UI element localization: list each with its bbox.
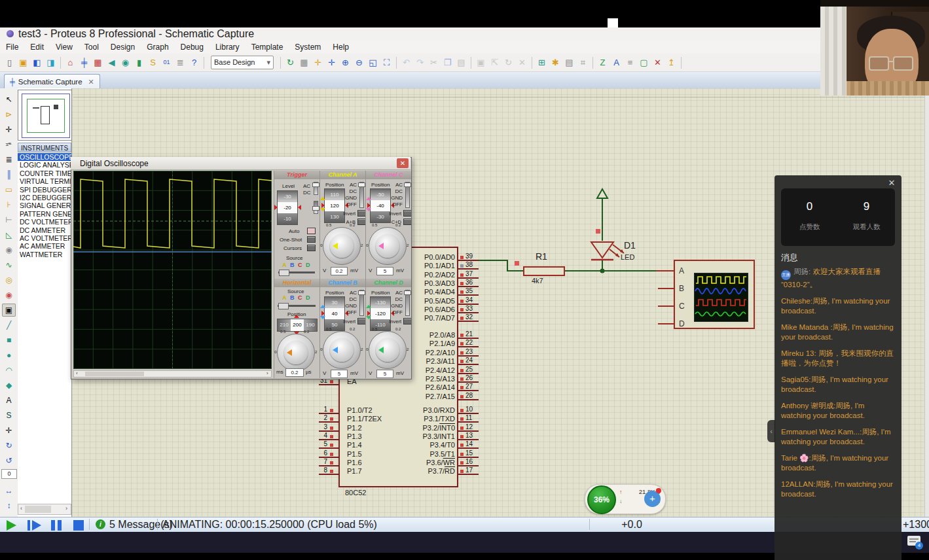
junction-dot-mode-icon[interactable]: ✛ — [2, 123, 16, 136]
trigger-auto-button[interactable] — [307, 228, 316, 234]
instrument-spi-debugger[interactable]: SPI DEBUGGER — [18, 186, 71, 194]
2d-symbol-mode-icon[interactable]: S — [2, 409, 16, 422]
instrument-dc-ammeter[interactable]: DC AMMETER — [18, 226, 71, 234]
voltage-probe-mode-icon[interactable]: ◎ — [2, 273, 16, 287]
source-b[interactable]: B — [290, 294, 295, 301]
toolbar-zoom-area-icon[interactable]: ◱ — [367, 56, 379, 69]
toolbar-import-project-icon[interactable]: ◨ — [45, 56, 57, 69]
subcircuit-mode-icon[interactable]: ▭ — [2, 183, 16, 196]
component-mode-icon[interactable]: ⊳ — [2, 108, 16, 121]
channel-b-gain-knob[interactable]: 0.50.2202 — [323, 331, 361, 369]
scroll-left-icon[interactable]: ‹ — [20, 505, 22, 512]
source-d[interactable]: D — [306, 262, 310, 268]
toolbar-binary-module-icon[interactable]: 01 — [160, 56, 173, 69]
tab-close-icon[interactable]: ✕ — [88, 78, 94, 86]
pause-button[interactable] — [51, 520, 55, 531]
toolbar-remove-sheet-icon[interactable]: ✕ — [651, 56, 664, 69]
buses-mode-icon[interactable]: ║ — [2, 168, 16, 181]
toolbar-design-explorer-icon[interactable]: ◉ — [119, 56, 132, 69]
channel-d-invert-button[interactable] — [403, 318, 411, 324]
toolbar-block-delete-icon[interactable]: ✕ — [516, 56, 528, 69]
toolbar-zoom-out-icon[interactable]: ⊖ — [353, 56, 365, 69]
toolbar-exit-to-parent-icon[interactable]: ↥ — [665, 56, 678, 69]
chat-close-icon[interactable]: ✕ — [886, 178, 897, 188]
2d-marker-mode-icon[interactable]: ✛ — [2, 424, 16, 437]
instrument-signal-generator[interactable]: SIGNAL GENERATOR — [18, 201, 71, 209]
scroll-right-icon[interactable]: › — [266, 370, 268, 376]
toolbar-gerber-viewer-icon[interactable]: ◀ — [105, 56, 118, 69]
trigger-oneshot-button[interactable] — [307, 236, 316, 243]
toolbar-simulation-module-icon[interactable]: ▮ — [133, 56, 145, 69]
rotate-anticlockwise-icon[interactable]: ↺ — [2, 454, 16, 467]
menu-debug[interactable]: Debug — [175, 41, 209, 54]
toolbar-new-sheet-icon[interactable]: ▢ — [638, 56, 650, 69]
toolbar-redo-icon[interactable]: ↷ — [414, 56, 426, 69]
toolbar-home-page-icon[interactable]: ⌂ — [64, 56, 77, 69]
source-c[interactable]: C — [298, 262, 302, 268]
channel-d-position-readout[interactable]: -130-120-110 — [370, 296, 391, 331]
toolbar-new-document-icon[interactable]: ▯ — [3, 56, 16, 69]
menu-view[interactable]: View — [50, 41, 79, 54]
oscilloscope-window-titlebar[interactable]: Digital Oscilloscope — [71, 157, 410, 170]
instrument-oscilloscope[interactable]: OSCILLOSCOPE — [18, 153, 71, 161]
2d-line-mode-icon[interactable]: ╱ — [2, 319, 16, 332]
graph-mode-icon[interactable]: ◺ — [2, 228, 16, 241]
2d-arc-mode-icon[interactable]: ◠ — [2, 364, 16, 377]
toolbar-schematic-capture-module-icon[interactable]: ╪ — [78, 56, 90, 69]
toolbar-design-notes-icon[interactable]: ≣ — [174, 56, 187, 69]
toolbar-wire-autorouter-icon[interactable]: Z — [596, 56, 609, 69]
toolbar-undo-icon[interactable]: ↶ — [400, 56, 412, 69]
generator-mode-icon[interactable]: ∿ — [2, 258, 16, 271]
instrument-counter-timer[interactable]: COUNTER TIMER — [18, 169, 71, 177]
menu-file[interactable]: File — [0, 41, 24, 54]
menu-graph[interactable]: Graph — [141, 41, 174, 54]
menu-edit[interactable]: Edit — [24, 41, 50, 54]
canvas-vertical-scrollbar[interactable] — [924, 88, 929, 517]
toolbar-redraw-display-icon[interactable]: ↻ — [284, 56, 297, 69]
menu-tool[interactable]: Tool — [79, 41, 105, 54]
channel-c-gain-knob[interactable]: 0.50.2202 — [369, 227, 407, 265]
toolbar-property-assignment-tool-icon[interactable]: ≡ — [624, 56, 636, 69]
selection-mode-icon[interactable]: ↖ — [2, 93, 16, 106]
channel-b-invert-button[interactable] — [357, 318, 365, 324]
chat-collapse-handle[interactable]: ‹ — [767, 420, 775, 442]
menu-library[interactable]: Library — [209, 41, 246, 54]
virtual-instruments-mode-icon[interactable]: ▣ — [2, 304, 16, 317]
toolbar-packaging-tool-icon[interactable]: ▤ — [563, 56, 575, 69]
toolbar-zoom-all-icon[interactable]: ⛶ — [380, 56, 393, 69]
text-script-mode-icon[interactable]: ≣ — [2, 153, 16, 166]
toolbar-pick-parts-icon[interactable]: ⊞ — [536, 56, 548, 69]
channel-c-scale-box[interactable]: 5 — [376, 267, 393, 275]
toolbar-search-and-tag-icon[interactable]: A — [610, 56, 623, 69]
toolbar-open-design-icon[interactable]: ▣ — [17, 56, 29, 69]
instrument-virtual-terminal[interactable]: VIRTUAL TERMINAL — [18, 177, 71, 185]
instrument-ac-voltmeter[interactable]: AC VOLTMETER — [18, 234, 71, 242]
pause-button-icon[interactable] — [58, 520, 62, 531]
device-pin-mode-icon[interactable]: ⊢ — [2, 213, 16, 226]
source-b[interactable]: B — [290, 262, 295, 268]
terminal-mode-icon[interactable]: ⊦ — [2, 198, 16, 211]
scroll-right-icon[interactable]: › — [65, 505, 67, 512]
toolbar-block-copy-icon[interactable]: ▣ — [475, 56, 487, 69]
channel-b-scale-box[interactable]: 5 — [331, 370, 348, 378]
trigger-cursors-button[interactable] — [307, 245, 316, 251]
rotate-clockwise-icon[interactable]: ↻ — [2, 439, 16, 452]
menu-template[interactable]: Template — [246, 41, 289, 54]
menu-design[interactable]: Design — [105, 41, 141, 54]
channel-c-invert-button[interactable] — [403, 210, 411, 217]
2d-circle-mode-icon[interactable]: ● — [2, 349, 16, 362]
design-root-selector[interactable]: Base Design▾ — [211, 56, 274, 69]
trigger-edge-thumb[interactable] — [312, 206, 319, 211]
instrument-pattern-generator[interactable]: PATTERN GENERATOR — [18, 210, 71, 218]
flip-vertical-icon[interactable]: ↕ — [2, 499, 16, 512]
toolbar-copy-icon[interactable]: ❐ — [441, 56, 454, 69]
channel-c-position-readout[interactable]: -50-40-30 — [370, 188, 391, 223]
step-button-icon[interactable] — [32, 520, 41, 531]
horizontal-source-thumb[interactable] — [278, 303, 289, 309]
toolbar-bill-of-materials-icon[interactable]: S — [147, 56, 159, 69]
channel-d-gain-knob[interactable]: 0.50.2202 — [369, 331, 407, 369]
flip-horizontal-icon[interactable]: ↔ — [2, 484, 16, 497]
toolbar-decompose-icon[interactable]: ⌗ — [577, 56, 589, 69]
source-c[interactable]: C — [298, 294, 302, 301]
instrument-dc-voltmeter[interactable]: DC VOLTMETER — [18, 218, 71, 226]
